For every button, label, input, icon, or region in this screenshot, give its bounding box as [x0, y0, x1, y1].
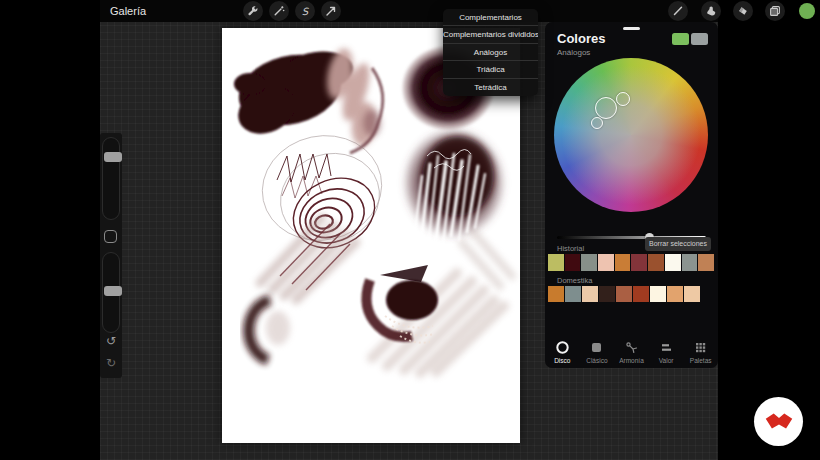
palette-swatch[interactable] [684, 286, 700, 302]
history-swatches [548, 254, 714, 271]
opacity-thumb[interactable] [104, 286, 122, 296]
history-swatch[interactable] [682, 254, 698, 271]
top-toolbar: Galería S [100, 0, 718, 22]
opacity-slider[interactable] [102, 252, 120, 333]
history-swatch[interactable] [548, 254, 564, 271]
tab-label: Disco [554, 357, 570, 364]
palette-swatch[interactable] [650, 286, 666, 302]
palette-name: Domestika [557, 276, 592, 285]
palette-swatches [548, 286, 700, 302]
selection-button[interactable]: S [295, 1, 315, 21]
color-wheel[interactable] [554, 58, 708, 212]
tab-armonia[interactable]: Armonía [614, 337, 649, 364]
smudge-button[interactable] [701, 1, 721, 21]
domestika-logo [754, 397, 803, 446]
history-swatch[interactable] [565, 254, 581, 271]
brush-size-thumb[interactable] [104, 152, 122, 162]
harmony-icon [624, 340, 639, 355]
palette-swatch[interactable] [548, 286, 564, 302]
harmony-menu-item[interactable]: Análogos [443, 44, 538, 61]
disc-icon [555, 340, 570, 355]
clear-selections-button[interactable]: Borrar selecciones [645, 237, 711, 251]
history-swatch[interactable] [581, 254, 597, 271]
history-swatch[interactable] [615, 254, 631, 271]
harmony-type-selector[interactable]: Análogos [557, 48, 590, 57]
tab-disco[interactable]: Disco [545, 337, 580, 364]
history-swatch[interactable] [631, 254, 647, 271]
palette-swatch[interactable] [633, 286, 649, 302]
history-label: Historial [557, 244, 584, 253]
tab-label: Paletas [690, 357, 712, 364]
selection-s-icon: S [299, 5, 311, 17]
colors-panel: Colores Análogos Historial Borrar selecc… [545, 22, 718, 368]
panel-drag-handle[interactable] [623, 27, 640, 30]
domestika-logo-icon [764, 412, 794, 431]
gallery-button[interactable]: Galería [110, 0, 146, 22]
tab-label: Clásico [586, 357, 607, 364]
transform-button[interactable] [321, 1, 341, 21]
tab-label: Armonía [619, 357, 644, 364]
classic-icon [589, 340, 604, 355]
history-swatch[interactable] [698, 254, 714, 271]
undo-icon[interactable]: ↺ [100, 334, 122, 348]
tab-label: Valor [659, 357, 674, 364]
adjustments-wand-icon [273, 5, 285, 17]
modify-button[interactable] [104, 230, 117, 243]
brush-size-slider[interactable] [102, 137, 120, 220]
harmony-analog-ring-2[interactable] [591, 117, 603, 129]
primary-color-swatch[interactable] [672, 33, 689, 45]
secondary-color-swatch[interactable] [691, 33, 708, 45]
transform-arrow-icon [325, 5, 337, 17]
actions-button[interactable] [243, 1, 263, 21]
tab-valor[interactable]: Valor [649, 337, 684, 364]
history-swatch[interactable] [598, 254, 614, 271]
active-color-button[interactable] [799, 3, 815, 19]
harmony-menu-item[interactable]: Complementarios divididos [443, 26, 538, 43]
palette-swatch[interactable] [582, 286, 598, 302]
color-mode-tabs: DiscoClásicoArmoníaValorPaletas [545, 337, 718, 364]
harmony-menu-item[interactable]: Triádica [443, 61, 538, 78]
procreate-app: Galería S [0, 0, 820, 460]
harmony-analog-ring-1[interactable] [616, 92, 630, 106]
tab-clasico[interactable]: Clásico [580, 337, 615, 364]
harmony-main-ring[interactable] [595, 97, 617, 119]
wrench-icon [247, 5, 259, 17]
layers-icon [769, 5, 781, 17]
harmony-menu-item[interactable]: Complementarios [443, 9, 538, 26]
redo-icon[interactable]: ↻ [100, 356, 122, 370]
brush-icon [672, 5, 684, 17]
palettes-icon [693, 340, 708, 355]
paint-button[interactable] [668, 1, 688, 21]
value-icon [659, 340, 674, 355]
harmony-menu-item[interactable]: Tetrádica [443, 79, 538, 96]
palette-swatch[interactable] [616, 286, 632, 302]
tab-paletas[interactable]: Paletas [683, 337, 718, 364]
harmony-dropdown-menu: ComplementariosComplementarios divididos… [443, 9, 538, 96]
sidebar-tools: ↺ ↻ [100, 133, 122, 378]
history-swatch[interactable] [648, 254, 664, 271]
adjustments-button[interactable] [269, 1, 289, 21]
eraser-icon [737, 5, 749, 17]
history-swatch[interactable] [665, 254, 681, 271]
colors-panel-title: Colores [557, 31, 605, 46]
svg-text:S: S [302, 6, 310, 17]
palette-swatch[interactable] [599, 286, 615, 302]
palette-swatch[interactable] [667, 286, 683, 302]
layers-button[interactable] [765, 1, 785, 21]
smudge-icon [705, 5, 717, 17]
palette-swatch[interactable] [565, 286, 581, 302]
erase-button[interactable] [733, 1, 753, 21]
